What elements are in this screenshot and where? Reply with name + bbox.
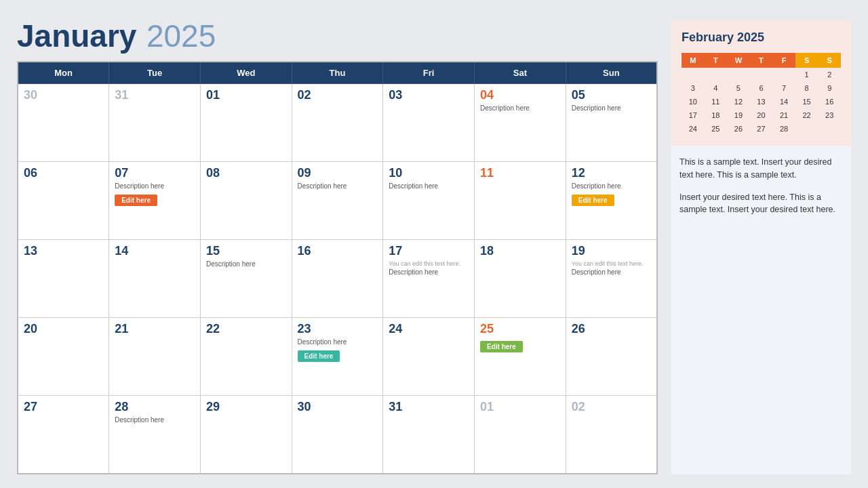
calendar-cell: 07Description hereEdit here	[109, 162, 201, 240]
day-number: 27	[24, 400, 103, 414]
day-number: 14	[115, 244, 195, 258]
mini-cal-day: 24	[682, 122, 705, 136]
mini-cal-day: 6	[750, 81, 773, 95]
calendar-cell: 08	[200, 162, 292, 240]
mini-cal-day	[705, 68, 728, 81]
mini-cal-day: 26	[727, 122, 750, 136]
mini-cal-day: 2	[818, 68, 841, 81]
weekday-header: Fri	[383, 62, 475, 84]
day-description: Description here	[115, 182, 195, 190]
day-description: Description here	[572, 182, 651, 190]
day-number: 16	[298, 244, 378, 258]
calendar-cell: 17You can edit this text here.Descriptio…	[383, 240, 475, 318]
day-number: 24	[389, 322, 469, 336]
weekday-header: Mon	[18, 62, 109, 84]
day-number: 17	[389, 244, 469, 258]
day-number: 21	[115, 322, 195, 336]
right-panel: February 2025 MTWTFSS 123456789101112131…	[671, 20, 851, 474]
calendar-cell: 21	[109, 318, 201, 396]
mini-cal-day: 10	[682, 95, 705, 108]
mini-cal-day: 13	[750, 95, 773, 108]
calendar-cell: 23Description hereEdit here	[292, 318, 383, 396]
calendar-cell: 26	[566, 318, 657, 396]
mini-cal-day: 23	[818, 108, 841, 122]
notes-section: This is a sample text. Insert your desir…	[671, 146, 851, 474]
mini-cal-day	[682, 68, 705, 81]
mini-cal-day: 25	[705, 122, 728, 136]
day-description: Description here	[206, 260, 286, 268]
mini-cal-day: 14	[772, 95, 795, 108]
edit-button[interactable]: Edit here	[572, 195, 614, 206]
day-number: 22	[206, 322, 286, 336]
calendar-cell: 01	[200, 84, 292, 162]
calendar-cell: 16	[292, 240, 383, 318]
mini-cal-day: 12	[727, 95, 750, 108]
day-number: 30	[298, 400, 378, 414]
calendar-cell: 03	[383, 84, 475, 162]
calendar-cell: 02	[566, 396, 657, 474]
main-title: January 2025	[17, 20, 658, 52]
mini-cal-day: 9	[818, 81, 841, 95]
day-description: Description here	[115, 416, 195, 424]
mini-cal-day: 3	[682, 81, 705, 95]
calendar-cell: 20	[18, 318, 109, 396]
mini-cal-day: 27	[750, 122, 773, 136]
calendar-cell: 18	[475, 240, 566, 318]
day-number: 18	[480, 244, 560, 258]
edit-button[interactable]: Edit here	[298, 350, 340, 362]
calendar-cell: 29	[200, 396, 292, 474]
day-number: 07	[115, 166, 195, 180]
mini-cal-day: 22	[795, 108, 818, 122]
day-number: 03	[389, 88, 469, 102]
mini-cal-title: February 2025	[682, 30, 841, 45]
calendar-cell: 10Description here	[383, 162, 475, 240]
edit-button[interactable]: Edit here	[480, 341, 523, 352]
day-description: Description here	[480, 104, 560, 112]
day-number: 08	[206, 166, 286, 180]
calendar-row: 2728Description here2930310102	[18, 396, 657, 474]
weekday-header: Tue	[109, 62, 201, 84]
day-number: 06	[24, 166, 103, 180]
calendar-cell: 15Description here	[200, 240, 292, 318]
calendar-cell: 12Description hereEdit here	[566, 162, 657, 240]
calendar-cell: 27	[18, 396, 109, 474]
calendar-row: 20212223Description hereEdit here2425Edi…	[18, 318, 657, 396]
day-description: Description here	[572, 104, 651, 112]
calendar-cell: 14	[109, 240, 201, 318]
main-calendar: MonTueWedThuFriSatSun 303101020304Descri…	[17, 61, 658, 474]
calendar-cell: 22	[200, 318, 292, 396]
mini-weekday-header: S	[795, 53, 818, 68]
calendar-cell: 09Description here	[292, 162, 383, 240]
day-description: Description here	[298, 182, 378, 190]
calendar-cell: 06	[18, 162, 109, 240]
mini-cal-day: 18	[705, 108, 728, 122]
calendar-cell: 13	[18, 240, 109, 318]
day-number: 23	[298, 322, 378, 336]
day-description: Description here	[389, 182, 469, 190]
edit-button[interactable]: Edit here	[115, 195, 157, 206]
mini-weekday-header: T	[750, 53, 773, 68]
mini-cal-day: 21	[772, 108, 795, 122]
notes-para-2: Insert your desired text here. This is a…	[679, 191, 843, 217]
day-description: Description here	[298, 338, 378, 346]
calendar-cell: 19You can edit this text here.Descriptio…	[566, 240, 657, 318]
day-number: 31	[389, 400, 469, 414]
day-number: 02	[572, 400, 651, 414]
mini-cal-day	[772, 68, 795, 81]
mini-weekday-header: S	[818, 53, 841, 68]
calendar-cell: 01	[475, 396, 566, 474]
mini-cal-day	[795, 122, 818, 136]
mini-weekday-header: T	[705, 53, 728, 68]
day-number: 15	[206, 244, 286, 258]
day-number: 26	[572, 322, 651, 336]
calendar-cell: 02	[292, 84, 383, 162]
day-hint: You can edit this text here.	[389, 260, 469, 267]
mini-weekday-header: F	[772, 53, 795, 68]
day-number: 19	[572, 244, 651, 258]
day-hint: You can edit this text here.	[572, 260, 651, 267]
notes-para-1: This is a sample text. Insert your desir…	[679, 156, 843, 182]
month-label: January	[17, 18, 136, 54]
weekday-header: Thu	[292, 62, 383, 84]
day-number: 12	[572, 166, 651, 180]
mini-cal-day: 28	[772, 122, 795, 136]
